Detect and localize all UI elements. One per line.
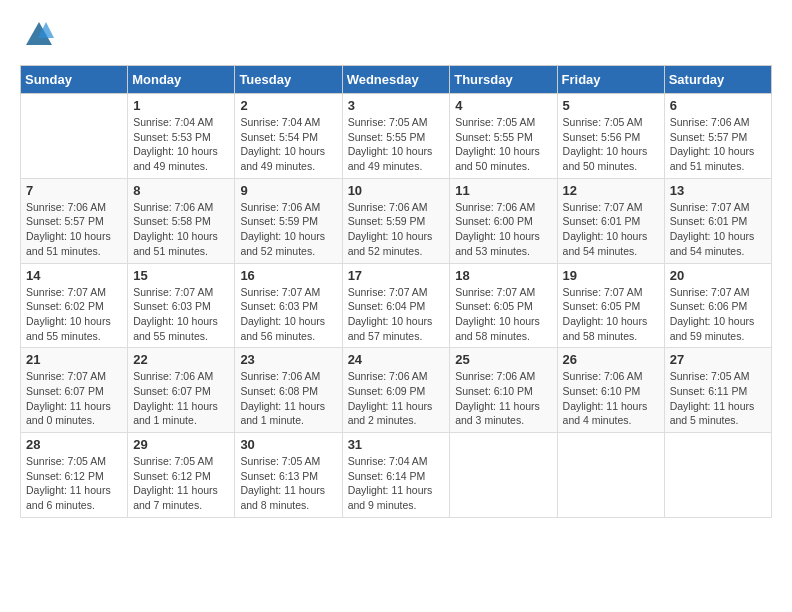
day-info: Sunrise: 7:06 AMSunset: 5:58 PMDaylight:… <box>133 200 229 259</box>
day-number: 30 <box>240 437 336 452</box>
day-info: Sunrise: 7:05 AMSunset: 5:55 PMDaylight:… <box>348 115 445 174</box>
calendar-cell: 4Sunrise: 7:05 AMSunset: 5:55 PMDaylight… <box>450 94 557 179</box>
day-number: 12 <box>563 183 659 198</box>
day-info: Sunrise: 7:07 AMSunset: 6:06 PMDaylight:… <box>670 285 766 344</box>
calendar-cell: 20Sunrise: 7:07 AMSunset: 6:06 PMDayligh… <box>664 263 771 348</box>
day-info: Sunrise: 7:05 AMSunset: 6:13 PMDaylight:… <box>240 454 336 513</box>
calendar-week-2: 7Sunrise: 7:06 AMSunset: 5:57 PMDaylight… <box>21 178 772 263</box>
calendar-cell: 2Sunrise: 7:04 AMSunset: 5:54 PMDaylight… <box>235 94 342 179</box>
calendar-week-4: 21Sunrise: 7:07 AMSunset: 6:07 PMDayligh… <box>21 348 772 433</box>
day-info: Sunrise: 7:06 AMSunset: 6:10 PMDaylight:… <box>455 369 551 428</box>
calendar-cell: 7Sunrise: 7:06 AMSunset: 5:57 PMDaylight… <box>21 178 128 263</box>
day-number: 3 <box>348 98 445 113</box>
page-header <box>20 20 772 55</box>
calendar-cell: 14Sunrise: 7:07 AMSunset: 6:02 PMDayligh… <box>21 263 128 348</box>
day-info: Sunrise: 7:05 AMSunset: 6:12 PMDaylight:… <box>133 454 229 513</box>
calendar-cell: 31Sunrise: 7:04 AMSunset: 6:14 PMDayligh… <box>342 433 450 518</box>
day-info: Sunrise: 7:07 AMSunset: 6:01 PMDaylight:… <box>563 200 659 259</box>
day-info: Sunrise: 7:07 AMSunset: 6:07 PMDaylight:… <box>26 369 122 428</box>
day-info: Sunrise: 7:07 AMSunset: 6:04 PMDaylight:… <box>348 285 445 344</box>
calendar-week-3: 14Sunrise: 7:07 AMSunset: 6:02 PMDayligh… <box>21 263 772 348</box>
day-info: Sunrise: 7:06 AMSunset: 5:59 PMDaylight:… <box>348 200 445 259</box>
calendar-dow-thursday: Thursday <box>450 66 557 94</box>
calendar-dow-tuesday: Tuesday <box>235 66 342 94</box>
logo-icon <box>24 20 54 50</box>
calendar-cell: 19Sunrise: 7:07 AMSunset: 6:05 PMDayligh… <box>557 263 664 348</box>
calendar-cell: 5Sunrise: 7:05 AMSunset: 5:56 PMDaylight… <box>557 94 664 179</box>
calendar-week-1: 1Sunrise: 7:04 AMSunset: 5:53 PMDaylight… <box>21 94 772 179</box>
day-number: 9 <box>240 183 336 198</box>
day-number: 4 <box>455 98 551 113</box>
day-info: Sunrise: 7:07 AMSunset: 6:01 PMDaylight:… <box>670 200 766 259</box>
day-number: 8 <box>133 183 229 198</box>
calendar-cell: 18Sunrise: 7:07 AMSunset: 6:05 PMDayligh… <box>450 263 557 348</box>
day-info: Sunrise: 7:06 AMSunset: 6:10 PMDaylight:… <box>563 369 659 428</box>
calendar-cell <box>664 433 771 518</box>
calendar-cell <box>557 433 664 518</box>
day-number: 6 <box>670 98 766 113</box>
day-number: 11 <box>455 183 551 198</box>
calendar-dow-wednesday: Wednesday <box>342 66 450 94</box>
day-number: 31 <box>348 437 445 452</box>
calendar-cell: 27Sunrise: 7:05 AMSunset: 6:11 PMDayligh… <box>664 348 771 433</box>
calendar-cell: 12Sunrise: 7:07 AMSunset: 6:01 PMDayligh… <box>557 178 664 263</box>
calendar-cell: 25Sunrise: 7:06 AMSunset: 6:10 PMDayligh… <box>450 348 557 433</box>
day-number: 20 <box>670 268 766 283</box>
day-number: 24 <box>348 352 445 367</box>
day-number: 2 <box>240 98 336 113</box>
calendar-cell: 30Sunrise: 7:05 AMSunset: 6:13 PMDayligh… <box>235 433 342 518</box>
calendar-cell: 3Sunrise: 7:05 AMSunset: 5:55 PMDaylight… <box>342 94 450 179</box>
day-number: 5 <box>563 98 659 113</box>
day-number: 16 <box>240 268 336 283</box>
day-number: 22 <box>133 352 229 367</box>
calendar-cell: 23Sunrise: 7:06 AMSunset: 6:08 PMDayligh… <box>235 348 342 433</box>
calendar-cell: 6Sunrise: 7:06 AMSunset: 5:57 PMDaylight… <box>664 94 771 179</box>
calendar-header-row: SundayMondayTuesdayWednesdayThursdayFrid… <box>21 66 772 94</box>
day-number: 19 <box>563 268 659 283</box>
day-number: 14 <box>26 268 122 283</box>
day-info: Sunrise: 7:06 AMSunset: 5:59 PMDaylight:… <box>240 200 336 259</box>
day-info: Sunrise: 7:05 AMSunset: 5:55 PMDaylight:… <box>455 115 551 174</box>
day-number: 10 <box>348 183 445 198</box>
calendar-cell: 10Sunrise: 7:06 AMSunset: 5:59 PMDayligh… <box>342 178 450 263</box>
day-info: Sunrise: 7:07 AMSunset: 6:03 PMDaylight:… <box>240 285 336 344</box>
day-number: 13 <box>670 183 766 198</box>
day-info: Sunrise: 7:06 AMSunset: 6:09 PMDaylight:… <box>348 369 445 428</box>
calendar-cell: 8Sunrise: 7:06 AMSunset: 5:58 PMDaylight… <box>128 178 235 263</box>
day-info: Sunrise: 7:07 AMSunset: 6:03 PMDaylight:… <box>133 285 229 344</box>
day-number: 7 <box>26 183 122 198</box>
day-info: Sunrise: 7:06 AMSunset: 5:57 PMDaylight:… <box>26 200 122 259</box>
day-number: 18 <box>455 268 551 283</box>
calendar-cell: 11Sunrise: 7:06 AMSunset: 6:00 PMDayligh… <box>450 178 557 263</box>
day-number: 21 <box>26 352 122 367</box>
day-info: Sunrise: 7:06 AMSunset: 6:07 PMDaylight:… <box>133 369 229 428</box>
calendar-dow-monday: Monday <box>128 66 235 94</box>
day-info: Sunrise: 7:04 AMSunset: 5:54 PMDaylight:… <box>240 115 336 174</box>
calendar-cell: 24Sunrise: 7:06 AMSunset: 6:09 PMDayligh… <box>342 348 450 433</box>
calendar-cell: 26Sunrise: 7:06 AMSunset: 6:10 PMDayligh… <box>557 348 664 433</box>
day-info: Sunrise: 7:07 AMSunset: 6:02 PMDaylight:… <box>26 285 122 344</box>
calendar-cell: 22Sunrise: 7:06 AMSunset: 6:07 PMDayligh… <box>128 348 235 433</box>
calendar-cell <box>21 94 128 179</box>
day-info: Sunrise: 7:07 AMSunset: 6:05 PMDaylight:… <box>563 285 659 344</box>
day-info: Sunrise: 7:07 AMSunset: 6:05 PMDaylight:… <box>455 285 551 344</box>
logo <box>20 20 54 55</box>
calendar-dow-sunday: Sunday <box>21 66 128 94</box>
calendar-cell: 28Sunrise: 7:05 AMSunset: 6:12 PMDayligh… <box>21 433 128 518</box>
day-info: Sunrise: 7:06 AMSunset: 6:08 PMDaylight:… <box>240 369 336 428</box>
day-info: Sunrise: 7:04 AMSunset: 5:53 PMDaylight:… <box>133 115 229 174</box>
day-number: 15 <box>133 268 229 283</box>
calendar-cell: 21Sunrise: 7:07 AMSunset: 6:07 PMDayligh… <box>21 348 128 433</box>
calendar-cell <box>450 433 557 518</box>
calendar-table: SundayMondayTuesdayWednesdayThursdayFrid… <box>20 65 772 518</box>
day-info: Sunrise: 7:05 AMSunset: 6:11 PMDaylight:… <box>670 369 766 428</box>
day-info: Sunrise: 7:06 AMSunset: 5:57 PMDaylight:… <box>670 115 766 174</box>
calendar-cell: 13Sunrise: 7:07 AMSunset: 6:01 PMDayligh… <box>664 178 771 263</box>
day-info: Sunrise: 7:06 AMSunset: 6:00 PMDaylight:… <box>455 200 551 259</box>
day-number: 26 <box>563 352 659 367</box>
day-info: Sunrise: 7:04 AMSunset: 6:14 PMDaylight:… <box>348 454 445 513</box>
day-number: 28 <box>26 437 122 452</box>
calendar-week-5: 28Sunrise: 7:05 AMSunset: 6:12 PMDayligh… <box>21 433 772 518</box>
calendar-cell: 17Sunrise: 7:07 AMSunset: 6:04 PMDayligh… <box>342 263 450 348</box>
calendar-dow-friday: Friday <box>557 66 664 94</box>
